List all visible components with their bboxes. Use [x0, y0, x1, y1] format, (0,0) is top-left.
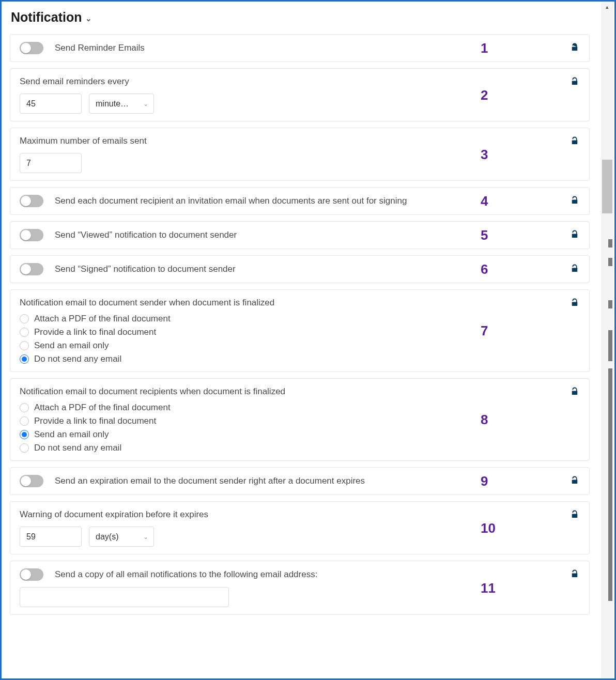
radio-group-finalized-sender: Attach a PDF of the final document Provi…	[20, 314, 171, 364]
label: Send Reminder Emails	[55, 42, 145, 54]
setting-notification-copy: Send a copy of all email notifications t…	[10, 561, 590, 615]
expiration-warning-unit[interactable]: day(s) ⌄	[89, 527, 154, 547]
scroll-mark	[608, 300, 612, 308]
label: Notification email to document sender wh…	[20, 297, 274, 308]
annotation-number: 7	[481, 323, 488, 339]
select-value: day(s)	[96, 532, 118, 542]
radio-option[interactable]: Do not send any email	[20, 354, 171, 364]
setting-invitation-email: Send each document recipient an invitati…	[10, 187, 590, 215]
max-emails-value[interactable]	[20, 153, 82, 173]
unlock-icon[interactable]	[569, 387, 580, 396]
scrollbar[interactable]: ▴	[601, 2, 613, 678]
unlock-icon[interactable]	[569, 136, 580, 146]
window: Notification ⌄ Send Reminder Emails 1 Se…	[0, 0, 616, 680]
setting-expiration-warning: Warning of document expiration before it…	[10, 501, 590, 554]
annotation-number: 1	[481, 40, 488, 56]
label: Send a copy of all email notifications t…	[55, 569, 317, 580]
chevron-down-icon: ⌄	[143, 100, 148, 107]
setting-expiration-email: Send an expiration email to the document…	[10, 467, 590, 495]
label: Send each document recipient an invitati…	[55, 195, 407, 207]
radio-option[interactable]: Do not send any email	[20, 443, 171, 453]
label: Send email reminders every	[20, 76, 129, 87]
expiration-warning-value[interactable]	[20, 527, 82, 547]
scroll-mark	[608, 258, 612, 266]
radio-group-finalized-recipients: Attach a PDF of the final document Provi…	[20, 403, 171, 453]
annotation-number: 2	[481, 87, 488, 103]
reminder-interval-value[interactable]	[20, 94, 82, 114]
radio-option[interactable]: Send an email only	[20, 341, 171, 351]
annotation-number: 9	[481, 473, 488, 489]
annotation-number: 3	[481, 146, 488, 162]
label: Notification email to document recipient…	[20, 386, 285, 397]
scrollbar-track[interactable]	[602, 12, 612, 677]
label: Warning of document expiration before it…	[20, 509, 208, 520]
setting-signed-notification: Send “Signed” notification to document s…	[10, 255, 590, 283]
radio-option[interactable]: Provide a link to final document	[20, 327, 171, 337]
notification-copy-email[interactable]	[20, 587, 229, 607]
reminder-interval-unit[interactable]: minute… ⌄	[89, 94, 154, 114]
unlock-icon[interactable]	[569, 264, 580, 273]
select-value: minute…	[96, 99, 129, 109]
unlock-icon[interactable]	[569, 77, 580, 86]
annotation-number: 4	[481, 193, 488, 209]
unlock-icon[interactable]	[569, 476, 580, 485]
section-title: Notification	[11, 10, 82, 25]
scrollbar-thumb[interactable]	[602, 160, 612, 213]
radio-option[interactable]: Attach a PDF of the final document	[20, 314, 171, 324]
label: Send “Viewed” notification to document s…	[55, 229, 237, 241]
section-header[interactable]: Notification ⌄	[11, 10, 590, 25]
annotation-number: 10	[481, 520, 496, 536]
annotation-number: 8	[481, 412, 488, 428]
annotation-number: 6	[481, 261, 488, 277]
chevron-down-icon: ⌄	[143, 533, 148, 540]
toggle-expiration-email[interactable]	[20, 475, 43, 487]
toggle-notification-copy[interactable]	[20, 568, 43, 581]
toggle-viewed-notification[interactable]	[20, 229, 43, 241]
toggle-send-reminder-emails[interactable]	[20, 42, 43, 54]
setting-viewed-notification: Send “Viewed” notification to document s…	[10, 221, 590, 249]
scroll-up-icon[interactable]: ▴	[601, 2, 613, 12]
radio-option[interactable]: Attach a PDF of the final document	[20, 403, 171, 413]
annotation-number: 5	[481, 227, 488, 243]
label: Send “Signed” notification to document s…	[55, 264, 236, 275]
toggle-signed-notification[interactable]	[20, 263, 43, 275]
scroll-mark	[608, 368, 612, 601]
unlock-icon[interactable]	[569, 510, 580, 519]
unlock-icon[interactable]	[569, 43, 580, 52]
toggle-invitation-email[interactable]	[20, 195, 43, 207]
content-area: Notification ⌄ Send Reminder Emails 1 Se…	[2, 2, 601, 678]
scroll-mark	[608, 330, 612, 361]
setting-finalized-recipients: Notification email to document recipient…	[10, 378, 590, 461]
unlock-icon[interactable]	[569, 230, 580, 239]
unlock-icon[interactable]	[569, 196, 580, 205]
label: Maximum number of emails sent	[20, 135, 147, 147]
setting-send-reminder-emails: Send Reminder Emails 1	[10, 34, 590, 62]
unlock-icon[interactable]	[569, 569, 580, 579]
setting-reminder-interval: Send email reminders every minute… ⌄ 2	[10, 68, 590, 121]
setting-max-emails: Maximum number of emails sent 3	[10, 128, 590, 181]
chevron-down-icon: ⌄	[85, 14, 92, 23]
setting-finalized-sender: Notification email to document sender wh…	[10, 289, 590, 372]
scroll-mark	[608, 239, 612, 248]
label: Send an expiration email to the document…	[55, 475, 365, 487]
radio-option[interactable]: Provide a link to final document	[20, 416, 171, 426]
radio-option[interactable]: Send an email only	[20, 429, 171, 440]
annotation-number: 11	[481, 580, 496, 596]
unlock-icon[interactable]	[569, 298, 580, 307]
